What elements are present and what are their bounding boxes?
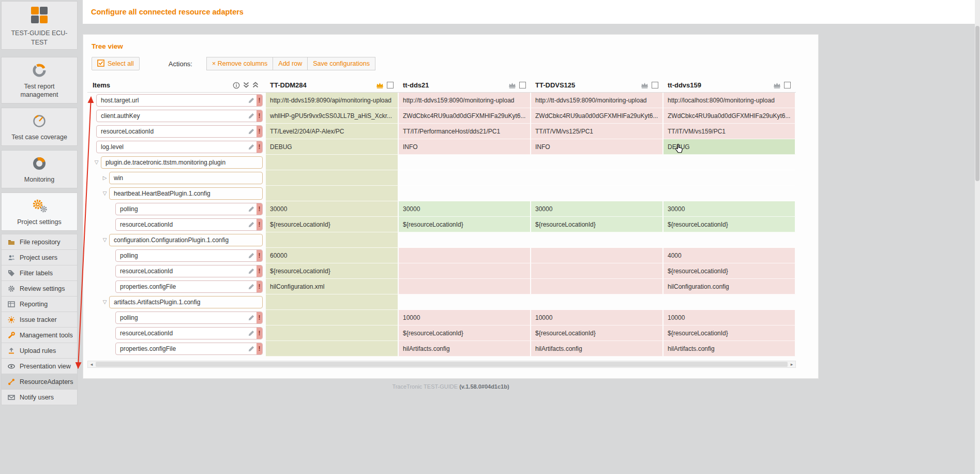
config-value-cell[interactable] <box>399 263 531 279</box>
column-select-checkbox[interactable] <box>652 82 658 88</box>
config-value-cell[interactable] <box>266 232 399 248</box>
edit-pencil-icon[interactable] <box>246 330 257 336</box>
config-value-cell[interactable]: hilArtifacts.config <box>664 341 796 357</box>
expand-all-icon[interactable] <box>243 82 249 88</box>
property-name-box[interactable]: resourceLocationId! <box>115 265 263 277</box>
info-icon[interactable] <box>233 82 240 89</box>
config-value-cell[interactable]: ${resourceLocationId} <box>531 325 664 341</box>
config-value-cell[interactable]: hilConfiguration.config <box>664 279 796 294</box>
scroll-left-button[interactable]: ◂ <box>88 361 95 367</box>
config-value-cell[interactable]: ZWdCbkc4RU9ua0d0dGFXMHlFa29uKyt6... <box>531 108 664 124</box>
config-value-cell[interactable]: DEBUG <box>266 139 399 155</box>
config-value-cell[interactable]: ZWdCbkc4RU9ua0d0dGFXMHlFa29uKyt6... <box>664 108 796 124</box>
config-value-cell[interactable]: ${resourceLocationId} <box>664 325 796 341</box>
tree-expander-icon[interactable]: ▽ <box>100 300 109 305</box>
sidebar-item-management-tools[interactable]: Management tools <box>1 328 78 343</box>
column-select-checkbox[interactable] <box>387 82 394 88</box>
sidebar-item-resourceadapters[interactable]: ResourceAdapters <box>1 374 78 390</box>
remove-columns-button[interactable]: × Remove columns <box>206 57 273 70</box>
column-select-checkbox[interactable] <box>784 82 791 88</box>
edit-pencil-icon[interactable] <box>246 315 257 321</box>
crown-icon[interactable] <box>376 82 384 88</box>
config-value-cell[interactable] <box>266 294 399 310</box>
property-name-box[interactable]: log.level! <box>96 141 263 153</box>
config-value-cell[interactable]: 30000 <box>531 201 664 217</box>
property-name-box[interactable]: polling! <box>115 249 263 262</box>
config-value-cell[interactable]: hilConfiguration.xml <box>266 279 399 294</box>
config-value-cell[interactable] <box>531 248 664 263</box>
config-value-cell[interactable] <box>266 186 399 201</box>
config-value-cell[interactable]: whllHP-gPU5r9vx9cSS0JLL7B_aHiS_Xckr... <box>266 108 399 124</box>
config-value-cell[interactable]: http://tt-ddvs159:8090/monitoring-upload <box>531 93 664 108</box>
property-name-box[interactable]: properties.configFile! <box>115 280 263 293</box>
config-value-cell[interactable]: DEBUG <box>664 139 796 155</box>
sidebar-item-upload-rules[interactable]: Upload rules <box>1 343 78 359</box>
config-value-cell[interactable]: INFO <box>531 139 664 155</box>
vertical-scroll-thumb[interactable] <box>975 26 979 181</box>
tree-node[interactable]: plugin.de.tracetronic.ttstm.monitoring.p… <box>101 156 263 169</box>
edit-pencil-icon[interactable] <box>246 284 257 290</box>
edit-pencil-icon[interactable] <box>246 253 257 259</box>
column-select-checkbox[interactable] <box>519 82 526 88</box>
config-value-cell[interactable]: 10000 <box>399 310 531 325</box>
config-value-cell[interactable]: INFO <box>399 139 531 155</box>
edit-pencil-icon[interactable] <box>246 268 257 274</box>
config-value-cell[interactable]: hilArtifacts.config <box>531 341 664 357</box>
config-value-cell[interactable]: ZWdCbkc4RU9ua0d0dGFXMHlFa29uKyt6... <box>399 108 531 124</box>
config-value-cell[interactable]: ${resourceLocationId} <box>399 217 531 232</box>
property-name-box[interactable]: polling! <box>115 312 263 324</box>
tree-expander-icon[interactable]: ▽ <box>92 160 101 165</box>
sidebar-item-notify-users[interactable]: Notify users <box>1 390 78 405</box>
property-name-box[interactable]: host.target.url! <box>96 94 263 107</box>
sidebar-item-test-report-management[interactable]: Test report management <box>1 57 78 103</box>
config-value-cell[interactable]: 10000 <box>531 310 664 325</box>
config-value-cell[interactable]: ${resourceLocationId} <box>266 263 399 279</box>
property-name-box[interactable]: resourceLocationId! <box>115 218 263 231</box>
tree-node[interactable]: configuration.ConfigurationPlugin.1.conf… <box>109 234 263 246</box>
tree-node[interactable]: heartbeat.HeartBeatPlugin.1.config <box>109 187 263 200</box>
config-value-cell[interactable]: 10000 <box>664 310 796 325</box>
config-value-cell[interactable]: TT/IT/VM/vs125/PC1 <box>531 124 664 139</box>
crown-icon[interactable] <box>641 82 649 88</box>
config-value-cell[interactable] <box>266 341 399 357</box>
edit-pencil-icon[interactable] <box>246 221 257 228</box>
config-value-cell[interactable]: 30000 <box>266 201 399 217</box>
config-value-cell[interactable]: TT/IT/VM/vs159/PC1 <box>664 124 796 139</box>
config-value-cell[interactable]: http://tt-ddvs159:8090/monitoring-upload <box>399 93 531 108</box>
sidebar-item-monitoring[interactable]: Monitoring <box>1 150 78 188</box>
config-value-cell[interactable]: 60000 <box>266 248 399 263</box>
config-value-cell[interactable] <box>266 155 399 170</box>
config-value-cell[interactable]: TT/Level2/204/AP-Alex/PC <box>266 124 399 139</box>
tree-expander-icon[interactable]: ▽ <box>100 238 109 243</box>
edit-pencil-icon[interactable] <box>246 128 257 135</box>
tree-node[interactable]: artifacts.ArtifactsPlugin.1.config <box>109 296 263 308</box>
config-value-cell[interactable]: ${resourceLocationId} <box>664 217 796 232</box>
config-value-cell[interactable] <box>266 325 399 341</box>
property-name-box[interactable]: polling! <box>115 203 263 215</box>
config-value-cell[interactable]: 4000 <box>664 248 796 263</box>
config-value-cell[interactable]: ${resourceLocationId} <box>399 325 531 341</box>
config-value-cell[interactable]: ${resourceLocationId} <box>531 217 664 232</box>
edit-pencil-icon[interactable] <box>246 97 257 103</box>
horizontal-scrollbar[interactable]: ◂ ▸ <box>87 361 796 368</box>
save-configurations-button[interactable]: Save configurations <box>307 57 375 70</box>
crown-icon[interactable] <box>508 82 516 88</box>
add-row-button[interactable]: Add row <box>273 57 308 70</box>
config-value-cell[interactable] <box>531 279 664 294</box>
config-value-cell[interactable] <box>399 248 531 263</box>
sidebar-item-test-case-coverage[interactable]: Test case coverage <box>1 108 78 146</box>
sidebar-item-project-settings[interactable]: Project settings <box>1 192 78 231</box>
horizontal-scroll-thumb[interactable] <box>96 362 788 367</box>
edit-pencil-icon[interactable] <box>246 144 257 150</box>
collapse-all-icon[interactable] <box>252 82 259 88</box>
config-value-cell[interactable]: 30000 <box>664 201 796 217</box>
tree-expander-icon[interactable]: ▷ <box>100 175 109 181</box>
sidebar-item-project-users[interactable]: Project users <box>1 250 78 265</box>
property-name-box[interactable]: resourceLocationId! <box>115 327 263 339</box>
config-value-cell[interactable] <box>266 170 399 186</box>
config-value-cell[interactable]: http://localhost:8090/monitoring-upload <box>664 93 796 108</box>
edit-pencil-icon[interactable] <box>246 346 257 352</box>
property-name-box[interactable]: resourceLocationId! <box>96 125 263 138</box>
select-all-button[interactable]: Select all <box>92 57 140 70</box>
property-name-box[interactable]: client.authKey! <box>96 110 263 122</box>
